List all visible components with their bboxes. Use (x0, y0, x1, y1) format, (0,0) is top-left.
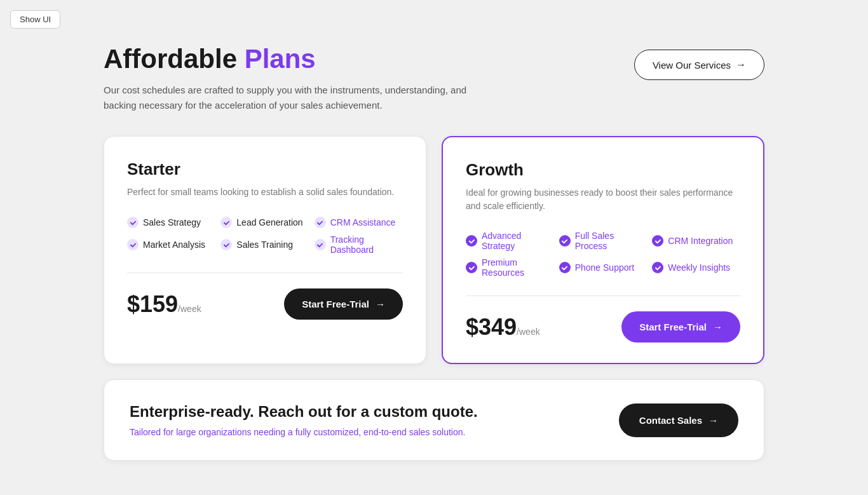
plan-divider (466, 295, 740, 296)
feature-label: Full Sales Process (575, 231, 648, 251)
show-ui-button[interactable]: Show UI (10, 10, 60, 29)
starter-features-grid: Sales Strategy Lead Generation CRM Assis… (127, 217, 403, 255)
list-item: Sales Strategy (127, 217, 215, 228)
starter-trial-button[interactable]: Start Free-Trial → (284, 288, 403, 320)
check-icon (127, 217, 139, 228)
feature-label: Advanced Strategy (482, 231, 554, 251)
feature-label: Tracking Dashboard (330, 234, 403, 255)
growth-price: $349/week (466, 314, 540, 341)
list-item: Phone Support (559, 257, 648, 278)
check-icon (127, 239, 139, 250)
check-icon (652, 235, 663, 247)
list-item: CRM Integration (652, 231, 740, 251)
growth-plan-footer: $349/week Start Free-Trial → (466, 311, 740, 342)
main-container: Affordable Plans Our cost schedules are … (53, 0, 815, 486)
feature-label: Lead Generation (236, 217, 302, 227)
check-icon (220, 217, 232, 228)
list-item: Market Analysis (127, 234, 215, 255)
feature-label: Premium Resources (482, 257, 554, 278)
starter-trial-arrow: → (376, 299, 385, 309)
starter-price: $159/week (127, 291, 201, 318)
view-services-button[interactable]: View Our Services → (634, 50, 764, 80)
feature-label: Phone Support (575, 262, 634, 273)
check-icon (220, 239, 232, 250)
feature-label: Sales Training (236, 240, 293, 250)
growth-price-period: /week (517, 327, 540, 337)
enterprise-left: Enterprise-ready. Reach out for a custom… (130, 403, 478, 437)
growth-plan-card: Growth Ideal for growing businesses read… (442, 136, 764, 364)
growth-trial-arrow: → (713, 322, 722, 332)
list-item: Tracking Dashboard (315, 234, 403, 255)
enterprise-title: Enterprise-ready. Reach out for a custom… (130, 403, 478, 421)
contact-sales-label: Contact Sales (639, 415, 702, 426)
plans-grid: Starter Perfect for small teams looking … (104, 136, 764, 364)
starter-plan-footer: $159/week Start Free-Trial → (127, 288, 403, 320)
title-part1: Affordable (104, 44, 245, 74)
enterprise-description: Tailored for large organizations needing… (130, 427, 478, 437)
starter-plan-card: Starter Perfect for small teams looking … (104, 136, 426, 364)
view-services-arrow: → (736, 59, 746, 71)
growth-plan-name: Growth (466, 160, 740, 180)
starter-price-value: $159 (127, 291, 178, 317)
contact-sales-arrow: → (709, 415, 718, 426)
feature-label: Sales Strategy (143, 217, 201, 227)
check-icon (466, 235, 477, 247)
list-item: Advanced Strategy (466, 231, 554, 251)
feature-label: CRM Assistance (330, 217, 396, 227)
growth-features-grid: Advanced Strategy Full Sales Process CRM… (466, 231, 740, 278)
check-icon (652, 262, 663, 273)
growth-trial-label: Start Free-Trial (639, 322, 707, 332)
feature-label: CRM Integration (668, 236, 733, 246)
view-services-label: View Our Services (653, 60, 731, 71)
growth-trial-button[interactable]: Start Free-Trial → (621, 311, 740, 342)
check-icon (466, 262, 477, 273)
starter-trial-label: Start Free-Trial (302, 299, 369, 309)
list-item: Weekly Insights (652, 257, 740, 278)
check-icon (315, 239, 326, 250)
list-item: CRM Assistance (315, 217, 403, 228)
header-left: Affordable Plans Our cost schedules are … (104, 44, 472, 113)
list-item: Sales Training (220, 234, 309, 255)
list-item: Full Sales Process (559, 231, 648, 251)
title-part2: Plans (245, 44, 316, 74)
check-icon (559, 235, 571, 247)
feature-label: Market Analysis (143, 240, 205, 250)
enterprise-card: Enterprise-ready. Reach out for a custom… (104, 379, 764, 461)
contact-sales-button[interactable]: Contact Sales → (619, 403, 738, 437)
list-item: Lead Generation (220, 217, 309, 228)
starter-price-period: /week (178, 304, 201, 314)
feature-label: Weekly Insights (668, 262, 730, 273)
starter-plan-name: Starter (127, 159, 403, 179)
main-title: Affordable Plans (104, 44, 472, 74)
check-icon (315, 217, 326, 228)
subtitle: Our cost schedules are crafted to supply… (104, 83, 472, 113)
plan-divider (127, 273, 403, 273)
check-icon (559, 262, 571, 273)
growth-price-value: $349 (466, 314, 517, 340)
list-item: Premium Resources (466, 257, 554, 278)
growth-plan-description: Ideal for growing businesses ready to bo… (466, 186, 740, 213)
starter-plan-description: Perfect for small teams looking to estab… (127, 186, 403, 199)
header-section: Affordable Plans Our cost schedules are … (104, 44, 764, 113)
